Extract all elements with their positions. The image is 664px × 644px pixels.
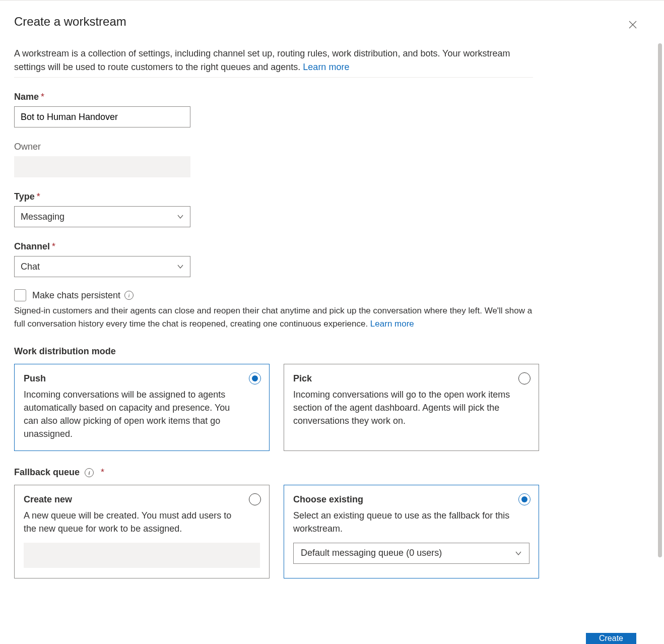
work-distribution-label: Work distribution mode bbox=[14, 346, 543, 357]
chevron-down-icon bbox=[515, 550, 522, 557]
fallback-queue-label: Fallback queue i * bbox=[14, 467, 543, 478]
channel-label: Channel* bbox=[14, 241, 543, 252]
close-icon bbox=[629, 21, 637, 29]
description: A workstream is a collection of settings… bbox=[14, 47, 533, 78]
type-label: Type* bbox=[14, 191, 543, 202]
name-label: Name* bbox=[14, 92, 543, 102]
pick-body: Incoming conversations will go to the op… bbox=[293, 388, 529, 427]
type-select[interactable]: Messaging bbox=[14, 206, 190, 227]
create-new-card[interactable]: Create new A new queue will be created. … bbox=[14, 485, 270, 578]
choose-existing-title: Choose existing bbox=[293, 494, 529, 505]
persistent-helper: Signed-in customers and their agents can… bbox=[14, 304, 536, 330]
create-new-queue-input[interactable] bbox=[24, 543, 260, 568]
learn-more-link[interactable]: Learn more bbox=[303, 62, 349, 72]
required-asterisk: * bbox=[52, 241, 55, 251]
owner-input[interactable] bbox=[14, 156, 190, 177]
owner-label: Owner bbox=[14, 142, 543, 152]
pick-title: Pick bbox=[293, 373, 529, 384]
push-title: Push bbox=[24, 373, 260, 384]
description-text: A workstream is a collection of settings… bbox=[14, 48, 510, 72]
close-button[interactable] bbox=[625, 17, 641, 33]
info-icon[interactable]: i bbox=[85, 468, 94, 477]
name-input[interactable] bbox=[14, 106, 190, 127]
push-radio[interactable] bbox=[249, 372, 261, 384]
info-icon[interactable]: i bbox=[124, 291, 134, 300]
push-body: Incoming conversations will be assigned … bbox=[24, 388, 260, 440]
channel-value: Chat bbox=[21, 262, 40, 272]
persistent-chats-label: Make chats persistent bbox=[32, 290, 120, 301]
persistent-chats-checkbox[interactable] bbox=[14, 289, 26, 301]
create-button[interactable]: Create bbox=[586, 633, 636, 644]
page-title: Create a workstream bbox=[14, 15, 650, 29]
choose-existing-body: Select an existing queue to use as the f… bbox=[293, 509, 529, 535]
chevron-down-icon bbox=[177, 263, 184, 270]
scrollbar[interactable] bbox=[658, 43, 662, 557]
create-new-body: A new queue will be created. You must ad… bbox=[24, 509, 260, 535]
pick-radio[interactable] bbox=[518, 372, 530, 384]
chevron-down-icon bbox=[177, 213, 184, 220]
required-asterisk: * bbox=[37, 191, 40, 202]
existing-queue-select[interactable]: Default messaging queue (0 users) bbox=[293, 543, 529, 564]
persistent-learn-more-link[interactable]: Learn more bbox=[370, 319, 414, 329]
existing-queue-value: Default messaging queue (0 users) bbox=[301, 548, 442, 558]
create-new-title: Create new bbox=[24, 494, 260, 505]
required-asterisk: * bbox=[101, 467, 104, 478]
pick-card[interactable]: Pick Incoming conversations will go to t… bbox=[284, 364, 539, 451]
choose-existing-card[interactable]: Choose existing Select an existing queue… bbox=[284, 485, 539, 578]
type-value: Messaging bbox=[21, 212, 64, 222]
channel-select[interactable]: Chat bbox=[14, 256, 190, 277]
required-asterisk: * bbox=[41, 92, 44, 102]
push-card[interactable]: Push Incoming conversations will be assi… bbox=[14, 364, 270, 451]
